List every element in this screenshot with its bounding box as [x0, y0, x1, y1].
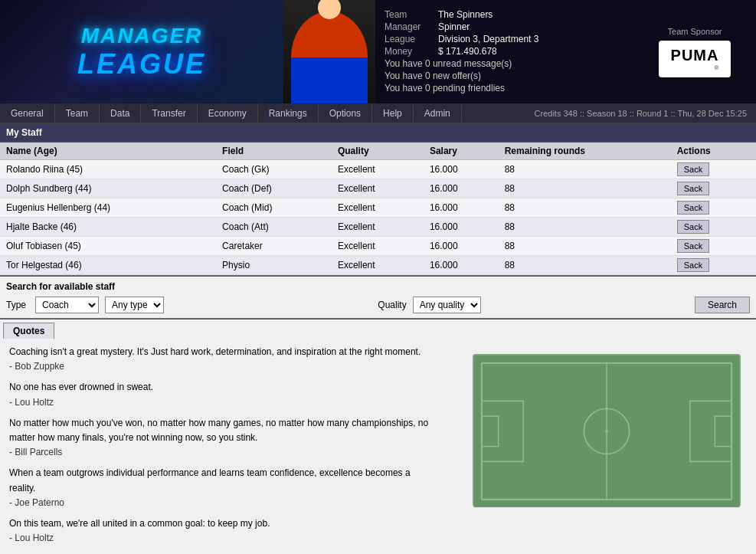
- team-label: Team: [385, 9, 438, 20]
- staff-remaining: 88: [499, 256, 671, 275]
- quality-select[interactable]: Any qualityAdequateGoodExcellent: [413, 297, 481, 313]
- staff-actions: Sack: [671, 218, 756, 237]
- staff-remaining: 88: [499, 198, 671, 218]
- puma-tagline: ®: [671, 64, 719, 71]
- manager-row: Manager Spinner: [385, 21, 624, 32]
- sack-button[interactable]: Sack: [677, 258, 709, 272]
- quote-text: No matter how much you've won, no matter…: [9, 418, 428, 443]
- sack-button[interactable]: Sack: [677, 162, 709, 176]
- quote-text: No one has ever drowned in sweat.: [9, 382, 153, 392]
- team-info: Team The Spinners Manager Spinner League…: [375, 0, 633, 103]
- money-row: Money $ 171.490.678: [385, 46, 624, 57]
- team-row: Team The Spinners: [385, 9, 624, 20]
- staff-field: Coach (Def): [216, 179, 332, 198]
- search-section: Search for available staff Type CoachCar…: [0, 275, 756, 320]
- staff-remaining: 88: [499, 160, 671, 179]
- type-label: Type: [6, 300, 29, 310]
- col-salary: Salary: [424, 143, 499, 160]
- staff-quality: Excellent: [332, 237, 424, 256]
- svg-point-4: [605, 430, 608, 433]
- quotes-text: Coaching isn't a great mystery. It's Jus…: [0, 339, 444, 554]
- col-name: Name (Age): [0, 143, 216, 160]
- table-row: Hjalte Backe (46) Coach (Att) Excellent …: [0, 218, 756, 237]
- quote-block: Coaching isn't a great mystery. It's Jus…: [9, 345, 435, 374]
- staff-section-header: My Staff: [0, 123, 756, 143]
- table-row: Dolph Sundberg (44) Coach (Def) Excellen…: [0, 179, 756, 198]
- staff-name: Eugenius Hellenberg (44): [0, 198, 216, 218]
- header: MANAGER LEAGUE Team The Spinners Manager…: [0, 0, 756, 103]
- col-actions: Actions: [671, 143, 756, 160]
- nav-team[interactable]: Team: [55, 105, 100, 122]
- nav-transfer[interactable]: Transfer: [141, 105, 197, 122]
- staff-remaining: 88: [499, 237, 671, 256]
- league-value: Division 3, Department 3: [438, 34, 538, 44]
- nav-admin[interactable]: Admin: [414, 105, 462, 122]
- col-field: Field: [216, 143, 332, 160]
- staff-remaining: 88: [499, 218, 671, 237]
- msg1: You have 0 unread message(s): [385, 58, 624, 69]
- team-value: The Spinners: [438, 9, 493, 20]
- quote-text: Coaching isn't a great mystery. It's Jus…: [9, 346, 421, 357]
- staff-salary: 16.000: [424, 237, 499, 256]
- col-quality: Quality: [332, 143, 424, 160]
- staff-name: Rolando Riina (45): [0, 160, 216, 179]
- staff-remaining: 88: [499, 179, 671, 198]
- search-row: Type CoachCaretakerPhysioScout Any typeG…: [6, 297, 750, 313]
- staff-table: Name (Age) Field Quality Salary Remainin…: [0, 143, 756, 275]
- player-silhouette: [291, 11, 368, 103]
- search-button[interactable]: Search: [695, 297, 750, 313]
- sack-button[interactable]: Sack: [677, 239, 709, 253]
- staff-field: Caretaker: [216, 237, 332, 256]
- table-row: Eugenius Hellenberg (44) Coach (Mid) Exc…: [0, 198, 756, 218]
- league-label: League: [385, 34, 438, 44]
- logo: MANAGER LEAGUE: [77, 24, 206, 80]
- quote-author: - Bob Zuppke: [9, 361, 64, 372]
- staff-quality: Excellent: [332, 160, 424, 179]
- staff-actions: Sack: [671, 256, 756, 275]
- staff-quality: Excellent: [332, 198, 424, 218]
- quote-block: No one has ever drowned in sweat.- Lou H…: [9, 380, 435, 409]
- quotes-tab-label[interactable]: Quotes: [3, 323, 54, 339]
- nav-options[interactable]: Options: [319, 105, 372, 122]
- staff-actions: Sack: [671, 160, 756, 179]
- sack-button[interactable]: Sack: [677, 220, 709, 234]
- quotes-section: Quotes: [0, 320, 756, 554]
- nav-general[interactable]: General: [0, 105, 55, 122]
- quote-block: On this team, we're all united in a comm…: [9, 516, 435, 546]
- quote-author: - Lou Holtz: [9, 397, 54, 408]
- nav-help[interactable]: Help: [372, 105, 414, 122]
- quotes-tab[interactable]: Quotes: [0, 320, 756, 339]
- staff-name: Tor Helgestad (46): [0, 256, 216, 275]
- nav-economy[interactable]: Economy: [198, 105, 258, 122]
- staff-name: Oluf Tobiasen (45): [0, 237, 216, 256]
- nav-data[interactable]: Data: [100, 105, 141, 122]
- staff-field: Physio: [216, 256, 332, 275]
- staff-section: My Staff Name (Age) Field Quality Salary…: [0, 123, 756, 275]
- credits-bar: Credits 348 :: Season 18 :: Round 1 :: T…: [525, 106, 756, 121]
- staff-quality: Excellent: [332, 218, 424, 237]
- msg3: You have 0 pending friendlies: [385, 83, 624, 93]
- staff-quality: Excellent: [332, 179, 424, 198]
- staff-field: Coach (Att): [216, 218, 332, 237]
- football-pitch: [473, 354, 741, 507]
- staff-quality: Excellent: [332, 256, 424, 275]
- quote-author: - Bill Parcells: [9, 447, 62, 457]
- logo-manager: MANAGER: [77, 24, 206, 48]
- info-table: Team The Spinners Manager Spinner League…: [385, 9, 624, 95]
- subtype-select[interactable]: Any typeGkDefMidAtt: [105, 297, 164, 313]
- sack-button[interactable]: Sack: [677, 182, 709, 195]
- manager-label: Manager: [385, 21, 438, 32]
- staff-table-header-row: Name (Age) Field Quality Salary Remainin…: [0, 143, 756, 160]
- money-label: Money: [385, 46, 438, 57]
- type-select[interactable]: CoachCaretakerPhysioScout: [35, 297, 99, 313]
- sack-button[interactable]: Sack: [677, 201, 709, 215]
- staff-actions: Sack: [671, 179, 756, 198]
- puma-brand: PUMA: [671, 47, 719, 64]
- staff-name: Hjalte Backe (46): [0, 218, 216, 237]
- quote-block: No matter how much you've won, no matter…: [9, 416, 435, 461]
- staff-salary: 16.000: [424, 256, 499, 275]
- staff-field: Coach (Gk): [216, 160, 332, 179]
- nav-rankings[interactable]: Rankings: [258, 105, 319, 122]
- league-row: League Division 3, Department 3: [385, 34, 624, 44]
- staff-salary: 16.000: [424, 179, 499, 198]
